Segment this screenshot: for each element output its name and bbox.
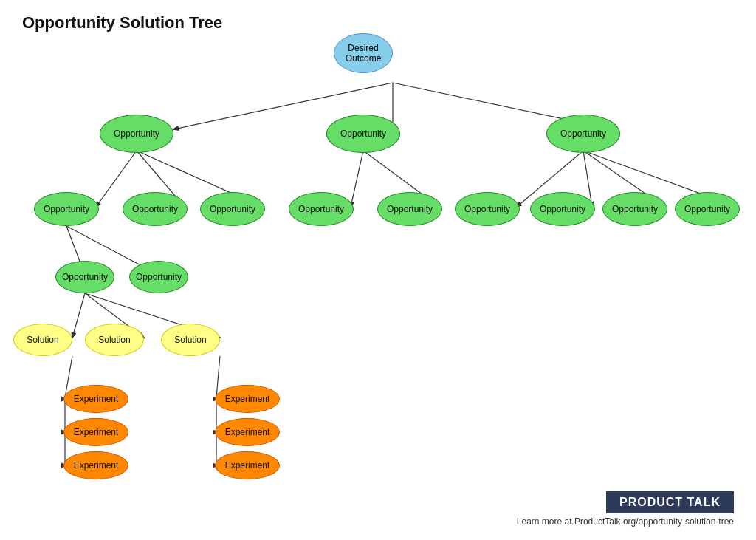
node-opp-l2-5[interactable]: Opportunity (377, 192, 442, 226)
footer-brand: PRODUCT TALK Learn more at ProductTalk.o… (517, 491, 734, 527)
node-opp-l2-3[interactable]: Opportunity (200, 192, 265, 226)
node-experiment-3-3[interactable]: Experiment (215, 451, 280, 479)
node-opp-l2-2[interactable]: Opportunity (123, 192, 188, 226)
node-solution-1[interactable]: Solution (13, 324, 72, 356)
node-opp-l1-2[interactable]: Opportunity (326, 115, 400, 153)
node-opp-l2-8[interactable]: Opportunity (602, 192, 667, 226)
node-opp-l2-7[interactable]: Opportunity (530, 192, 595, 226)
node-opp-l2-1[interactable]: Opportunity (34, 192, 99, 226)
node-solution-3[interactable]: Solution (161, 324, 220, 356)
node-opp-l2-4[interactable]: Opportunity (289, 192, 354, 226)
node-opp-l3-1[interactable]: Opportunity (55, 261, 114, 293)
node-experiment-1-1[interactable]: Experiment (63, 385, 128, 413)
node-experiment-1-3[interactable]: Experiment (63, 451, 128, 479)
brand-box: PRODUCT TALK (606, 491, 734, 513)
node-experiment-3-1[interactable]: Experiment (215, 385, 280, 413)
node-opp-l2-9[interactable]: Opportunity (675, 192, 740, 226)
svg-line-6 (351, 151, 363, 207)
node-opp-l1-3[interactable]: Opportunity (546, 115, 620, 153)
node-experiment-1-2[interactable]: Experiment (63, 418, 128, 446)
node-opp-l2-6[interactable]: Opportunity (455, 192, 520, 226)
node-experiment-3-2[interactable]: Experiment (215, 418, 280, 446)
page-title: Opportunity Solution Tree (22, 13, 222, 33)
node-opp-l3-2[interactable]: Opportunity (129, 261, 188, 293)
node-opp-l1-1[interactable]: Opportunity (100, 115, 173, 153)
svg-line-14 (72, 293, 85, 338)
brand-link: Learn more at ProductTalk.org/opportunit… (517, 516, 734, 527)
node-desired-outcome[interactable]: Desired Outcome (334, 33, 393, 73)
node-solution-2[interactable]: Solution (85, 324, 144, 356)
